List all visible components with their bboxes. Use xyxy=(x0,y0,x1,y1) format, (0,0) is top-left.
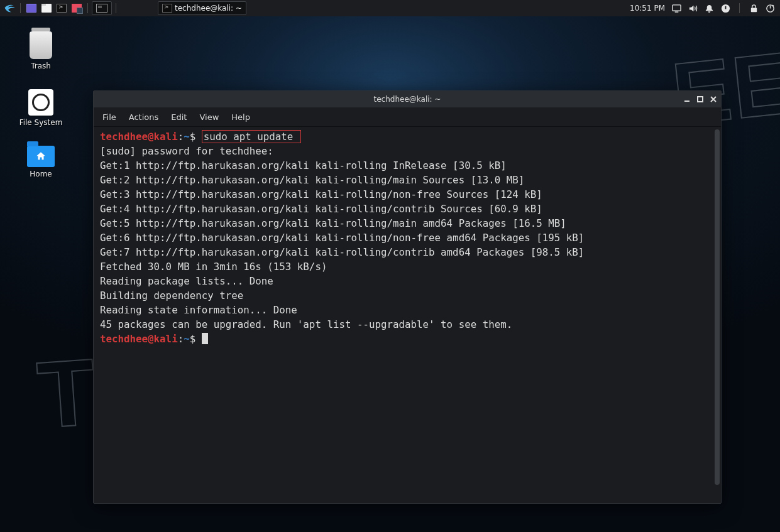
menu-file[interactable]: File xyxy=(102,112,116,122)
panel-left: techdhee@kali: ~ xyxy=(3,1,246,15)
menu-edit[interactable]: Edit xyxy=(171,112,187,122)
home-label: Home xyxy=(30,170,52,178)
close-button[interactable] xyxy=(710,95,717,103)
disk-icon xyxy=(28,89,53,116)
terminal-launcher[interactable] xyxy=(55,1,69,15)
kali-menu-button[interactable] xyxy=(3,1,16,15)
watermark: T xyxy=(34,337,100,450)
separator xyxy=(116,3,116,13)
filesystem-icon[interactable]: File System xyxy=(19,89,63,127)
power-icon[interactable] xyxy=(720,3,730,13)
trash-can-icon xyxy=(30,31,52,59)
maximize-button[interactable] xyxy=(696,95,704,103)
scrollbar[interactable] xyxy=(715,129,720,485)
minimize-button[interactable] xyxy=(683,95,691,103)
window-title: techdhee@kali: ~ xyxy=(374,95,441,104)
clock[interactable]: 10:51 PM xyxy=(630,4,665,13)
taskbar-terminal[interactable]: techdhee@kali: ~ xyxy=(158,1,246,15)
desktop-icons: Trash File System Home xyxy=(19,31,63,178)
titlebar[interactable]: techdhee@kali: ~ xyxy=(94,91,721,108)
workspace-switcher[interactable] xyxy=(92,1,112,15)
lock-icon[interactable] xyxy=(749,3,759,13)
filesystem-label: File System xyxy=(19,118,63,127)
kali-tools-launcher[interactable] xyxy=(70,1,84,15)
separator xyxy=(739,3,740,13)
taskbar-title: techdhee@kali: ~ xyxy=(175,4,242,13)
volume-icon[interactable] xyxy=(688,3,698,13)
svg-rect-2 xyxy=(750,8,756,12)
separator xyxy=(20,3,21,13)
notifications-icon[interactable] xyxy=(704,3,714,13)
menu-help[interactable]: Help xyxy=(231,112,250,122)
files-launcher[interactable] xyxy=(40,1,53,15)
trash-label: Trash xyxy=(31,62,51,70)
display-icon[interactable] xyxy=(671,3,681,13)
top-panel: techdhee@kali: ~ 10:51 PM xyxy=(0,0,780,16)
svg-rect-0 xyxy=(672,4,680,10)
terminal-window: techdhee@kali: ~ File Actions Edit View … xyxy=(93,90,722,504)
app-launcher-1[interactable] xyxy=(25,1,38,15)
menu-actions[interactable]: Actions xyxy=(129,112,159,122)
folder-icon xyxy=(27,146,55,167)
menu-view[interactable]: View xyxy=(199,112,219,122)
trash-icon[interactable]: Trash xyxy=(19,31,63,70)
svg-rect-4 xyxy=(698,97,703,102)
menubar: File Actions Edit View Help xyxy=(94,108,721,127)
terminal-icon xyxy=(162,4,172,13)
separator xyxy=(87,3,88,13)
logout-icon[interactable] xyxy=(765,3,775,13)
terminal-body[interactable]: techdhee@kali:~$ sudo apt update [sudo] … xyxy=(94,127,721,503)
home-icon[interactable]: Home xyxy=(19,146,63,178)
panel-right: 10:51 PM xyxy=(630,3,777,13)
